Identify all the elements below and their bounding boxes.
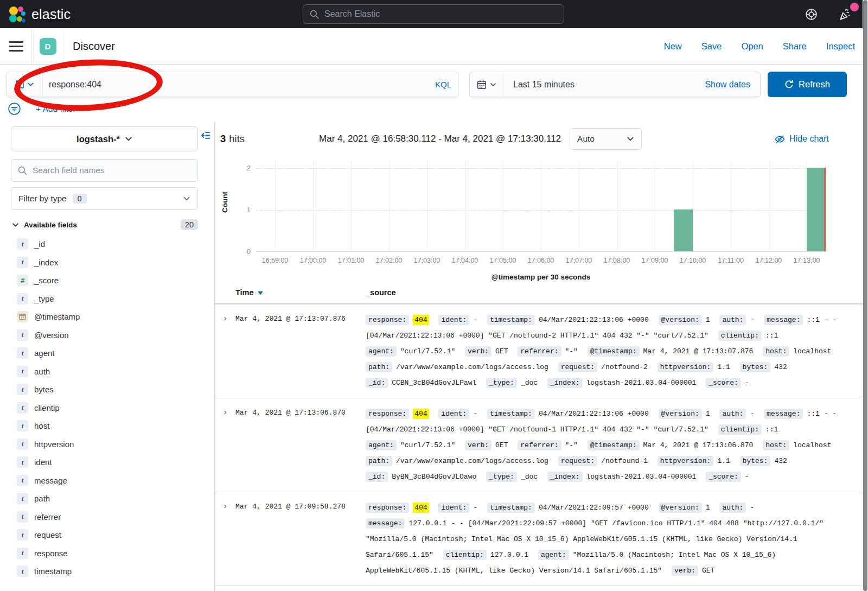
field-name-chip: _score: bbox=[706, 378, 741, 388]
index-pattern-selector[interactable]: logstash-* bbox=[11, 126, 198, 151]
gridline bbox=[541, 160, 541, 252]
histogram-bar[interactable] bbox=[807, 168, 826, 251]
time-range-value[interactable]: Last 15 minutes bbox=[503, 80, 575, 90]
field-item-index[interactable]: t_index bbox=[11, 253, 198, 272]
source-field-pair: response:404 bbox=[366, 504, 429, 512]
field-item-id[interactable]: t_id bbox=[11, 235, 198, 253]
x-tick-label: 17:09:00 bbox=[642, 257, 668, 264]
row-timestamp: Mar 4, 2021 @ 17:09:58.278 bbox=[235, 500, 366, 579]
global-search-input[interactable]: Search Elastic bbox=[303, 4, 564, 24]
source-field-pair: clientip:::1 bbox=[718, 425, 778, 434]
space-avatar[interactable]: D bbox=[40, 38, 56, 55]
field-item-request[interactable]: trequest bbox=[11, 526, 198, 544]
field-item-timestamp[interactable]: @timestamp bbox=[11, 308, 198, 326]
field-item-referrer[interactable]: treferrer bbox=[11, 508, 198, 526]
field-item-host[interactable]: thost bbox=[11, 417, 198, 435]
field-name-chip: @version: bbox=[659, 503, 702, 513]
field-item-auth[interactable]: tauth bbox=[11, 363, 198, 381]
scrollbar-thumb[interactable] bbox=[863, 0, 867, 591]
source-field-pair: response:404 bbox=[366, 410, 429, 418]
saved-query-menu-button[interactable] bbox=[7, 72, 43, 97]
field-name-chip: response: bbox=[366, 315, 409, 325]
source-field-pair: clientip:127.0.0.1 bbox=[443, 551, 528, 559]
field-item-path[interactable]: tpath bbox=[11, 490, 198, 508]
field-item-response[interactable]: tresponse bbox=[11, 544, 198, 563]
hide-chart-button[interactable]: Hide chart bbox=[775, 134, 829, 144]
filter-icon[interactable] bbox=[8, 102, 21, 116]
row-timestamp: Mar 4, 2021 @ 17:13:07.876 bbox=[235, 312, 366, 391]
interval-select[interactable]: Auto bbox=[570, 128, 642, 150]
hits-label: hits bbox=[229, 133, 245, 145]
field-item-clientip[interactable]: tclientip bbox=[11, 399, 198, 417]
chevron-down-icon bbox=[490, 81, 496, 88]
expand-row-button[interactable]: › bbox=[215, 406, 235, 485]
filter-by-type-dropdown[interactable]: Filter by type 0 bbox=[11, 187, 198, 210]
share-button[interactable]: Share bbox=[783, 41, 807, 52]
source-field-pair: verb:GET bbox=[672, 567, 714, 575]
search-icon bbox=[18, 166, 27, 175]
field-name: _score bbox=[34, 276, 59, 285]
row-source: response:404 ident:- timestamp:04/Mar/20… bbox=[366, 500, 868, 579]
field-item-version[interactable]: t@version bbox=[11, 326, 198, 345]
query-language-button[interactable]: KQL bbox=[429, 72, 458, 97]
time-column-header[interactable]: Time bbox=[235, 288, 366, 297]
field-name-chip: auth: bbox=[719, 503, 746, 513]
help-icon[interactable] bbox=[805, 8, 818, 21]
filter-by-type-count-badge: 0 bbox=[73, 194, 87, 204]
save-button[interactable]: Save bbox=[701, 41, 722, 52]
source-field-pair: request:/notfound-1 bbox=[558, 457, 648, 465]
date-picker-calendar-button[interactable] bbox=[470, 72, 503, 97]
field-search-placeholder: Search field names bbox=[33, 166, 105, 175]
field-item-agent[interactable]: tagent bbox=[11, 344, 198, 363]
field-item-type[interactable]: t_type bbox=[11, 290, 198, 308]
hide-chart-label: Hide chart bbox=[789, 134, 829, 144]
field-name-chip: message: bbox=[764, 409, 803, 419]
field-name-chip: bytes: bbox=[740, 362, 771, 372]
source-field-pair: _type:_doc bbox=[486, 379, 538, 387]
field-name-chip: _score: bbox=[706, 472, 741, 482]
field-item-message[interactable]: tmessage bbox=[11, 472, 198, 490]
field-name-chip: timestamp: bbox=[487, 503, 535, 513]
x-tick-label: 17:01:00 bbox=[338, 257, 365, 264]
field-item-bytes[interactable]: tbytes bbox=[11, 380, 198, 399]
field-item-score[interactable]: #_score bbox=[11, 271, 198, 290]
field-name-chip: path: bbox=[366, 362, 392, 372]
x-tick-label: 17:08:00 bbox=[604, 257, 630, 264]
refresh-button[interactable]: Refresh bbox=[768, 72, 847, 97]
field-name: _type bbox=[34, 294, 54, 303]
highlighted-value: 404 bbox=[413, 409, 429, 419]
string-field-type-icon: t bbox=[17, 493, 28, 504]
field-search-input[interactable]: Search field names bbox=[11, 159, 198, 182]
field-name-chip: clientip: bbox=[718, 331, 762, 341]
field-item-timestamp[interactable]: ttimestamp bbox=[11, 562, 198, 581]
field-name-chip: @version: bbox=[659, 315, 702, 325]
menu-button[interactable] bbox=[0, 28, 32, 64]
source-column-header: _source bbox=[366, 288, 868, 297]
inspect-button[interactable]: Inspect bbox=[826, 41, 855, 52]
histogram-bar[interactable] bbox=[674, 209, 693, 251]
newsfeed-icon[interactable] bbox=[838, 8, 852, 21]
new-button[interactable]: New bbox=[664, 41, 682, 52]
available-fields-header[interactable]: Available fields 20 bbox=[11, 219, 198, 230]
add-filter-button[interactable]: + Add filter bbox=[36, 104, 76, 114]
field-item-ident[interactable]: tident bbox=[11, 453, 198, 472]
filter-by-type-label: Filter by type bbox=[18, 194, 67, 204]
gridline bbox=[579, 160, 579, 252]
elastic-logo[interactable]: elastic bbox=[0, 5, 71, 23]
field-name-chip: httpversion: bbox=[658, 456, 714, 466]
x-tick-label: 17:06:00 bbox=[528, 257, 554, 264]
top-nav-actions: New Save Open Share Inspect bbox=[664, 41, 868, 52]
show-dates-button[interactable]: Show dates bbox=[705, 80, 760, 90]
fields-sidebar: logstash-* Search field names Filter by … bbox=[0, 122, 215, 591]
open-button[interactable]: Open bbox=[741, 41, 763, 52]
scrollbar[interactable] bbox=[863, 0, 868, 591]
string-field-type-icon: t bbox=[17, 347, 28, 359]
expand-row-button[interactable]: › bbox=[215, 500, 235, 579]
collapse-sidebar-button[interactable] bbox=[200, 130, 210, 141]
expand-row-button[interactable]: › bbox=[215, 312, 235, 391]
gridline bbox=[769, 160, 769, 252]
sort-descending-icon[interactable] bbox=[258, 291, 263, 295]
query-input[interactable]: response:404 bbox=[43, 80, 429, 90]
row-timestamp: Mar 4, 2021 @ 17:13:06.870 bbox=[235, 406, 366, 485]
field-item-httpversion[interactable]: thttpversion bbox=[11, 435, 198, 454]
